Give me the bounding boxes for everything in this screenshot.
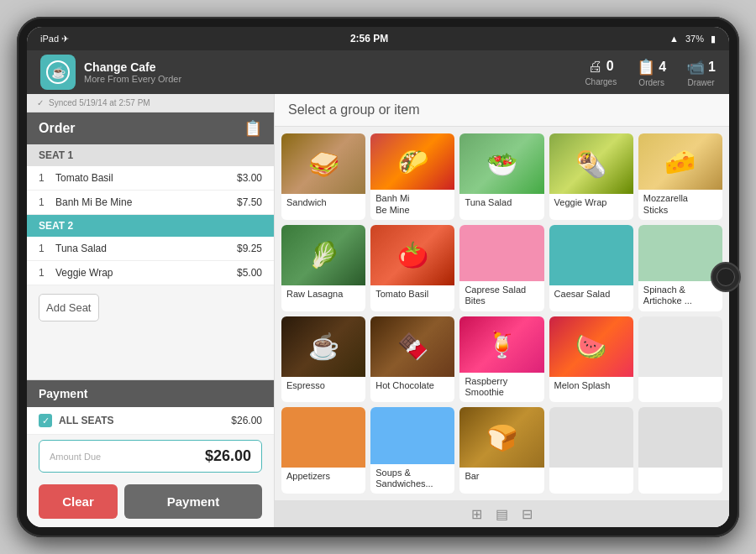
battery-icon: ▮ [711,34,716,44]
tablet-device: iPad ✈ 2:56 PM ▲ 37% ▮ ☕ Change Cafe Mor… [17,17,739,537]
sync-bar: ✓ Synced 5/19/14 at 2:57 PM [27,94,274,112]
order-title: Order [39,121,76,136]
menu-item-image-caesar [549,225,633,285]
all-seats-row[interactable]: ✓ ALL SEATS $26.00 [27,407,274,435]
menu-item-espresso[interactable]: ☕Espresso [281,316,365,403]
menu-item-image-melon: 🍉 [549,316,633,377]
amount-due-input[interactable]: Amount Due $26.00 [39,440,262,473]
menu-item-spinach[interactable]: Spinach & Artichoke ... [638,225,722,311]
menu-item-sandwich[interactable]: 🥪Sandwich [281,133,365,220]
item-price: $7.50 [237,196,262,208]
menu-item-caprese[interactable]: Caprese Salad Bites [459,225,543,311]
menu-item-label-banh-mi: Banh Mi Be Mine [370,190,454,219]
menu-item-image-caprese [459,225,543,281]
app-title-group: Change Cafe More From Every Order [84,60,585,84]
order-item[interactable]: 1 Veggie Wrap $5.00 [27,261,274,285]
menu-item-label-mozzarella: Mozzarella Sticks [638,190,722,219]
menu-item-appetizers[interactable]: Appetizers [281,407,365,494]
menu-item-tomato-basil[interactable]: 🍅Tomato Basil [370,225,454,311]
menu-item-image-bar: 🍞 [459,407,543,468]
menu-item-mozzarella[interactable]: 🧀Mozzarella Sticks [638,133,722,220]
item-qty: 1 [39,267,52,279]
order-header-icon: 📋 [244,119,262,138]
menu-item-veggie-wrap[interactable]: 🌯Veggie Wrap [549,133,633,220]
menu-item-label-caprese: Caprese Salad Bites [459,281,543,311]
menu-item-image-spinach [638,225,722,281]
item-name: Veggie Wrap [52,267,237,279]
status-left: iPad ✈ [40,34,69,44]
menu-item-image-raw-lasagna: 🥬 [281,225,365,285]
orders-action[interactable]: 📋 4 Orders [637,58,666,87]
charges-row: 🖨 0 [588,58,614,76]
menu-item-image-tuna-salad: 🥗 [459,133,543,194]
menu-item-image-appetizers [281,407,365,468]
order-header: Order 📋 [27,112,274,144]
charges-label: Charges [585,77,617,86]
order-panel: ✓ Synced 5/19/14 at 2:57 PM Order 📋 SEAT… [27,94,275,527]
menu-item-label-raspberry: Raspberry Smoothie [459,373,543,402]
orders-icon: 📋 [637,58,655,76]
menu-item-image-empty2 [549,407,633,468]
clear-button[interactable]: Clear [39,484,118,519]
menu-item-label-sandwich: Sandwich [281,194,365,212]
menu-item-image-hot-choc: 🍫 [370,316,454,377]
sync-text: Synced 5/19/14 at 2:57 PM [49,98,150,107]
order-item[interactable]: 1 Banh Mi Be Mine $7.50 [27,191,274,215]
orders-count: 4 [659,60,666,75]
menu-item-label-veggie-wrap: Veggie Wrap [549,194,633,212]
order-item[interactable]: 1 Tuna Salad $9.25 [27,237,274,261]
status-bar: iPad ✈ 2:56 PM ▲ 37% ▮ [27,27,729,50]
payment-header: Payment [27,380,274,407]
list-icon[interactable]: ▤ [496,506,508,522]
card-icon[interactable]: ⊟ [522,506,533,522]
status-time: 2:56 PM [350,33,388,44]
charges-action[interactable]: 🖨 0 Charges [585,58,617,87]
item-qty: 1 [39,243,52,254]
menu-item-label-bar: Bar [459,468,543,486]
menu-item-melon[interactable]: 🍉Melon Splash [549,316,633,403]
menu-item-raw-lasagna[interactable]: 🥬Raw Lasagna [281,225,365,311]
order-list: SEAT 1 1 Tomato Basil $3.00 1 Banh Mi Be… [27,144,274,379]
app-logo-inner: ☕ [46,60,70,84]
menu-item-empty1[interactable] [638,316,722,403]
add-seat-button[interactable]: Add Seat [39,294,99,321]
charges-icon: 🖨 [588,58,603,76]
tablet-screen: iPad ✈ 2:56 PM ▲ 37% ▮ ☕ Change Cafe Mor… [27,27,729,527]
home-button[interactable] [711,262,741,292]
sync-check-icon: ✓ [37,98,44,107]
menu-item-label-spinach: Spinach & Artichoke ... [638,281,722,311]
app-logo: ☕ [40,55,76,90]
menu-item-banh-mi[interactable]: 🌮Banh Mi Be Mine [370,133,454,220]
menu-item-label-hot-choc: Hot Chocolate [370,377,454,395]
menu-item-label-raw-lasagna: Raw Lasagna [281,285,365,304]
menu-item-empty3[interactable] [638,407,722,494]
grid-icon[interactable]: ⊞ [471,506,482,522]
menu-item-hot-choc[interactable]: 🍫Hot Chocolate [370,316,454,403]
battery-label: 37% [685,34,704,44]
drawer-label: Drawer [687,78,714,87]
drawer-icon: 📹 [686,58,705,76]
drawer-action[interactable]: 📹 1 Drawer [686,58,716,87]
item-name: Banh Mi Be Mine [52,196,237,208]
orders-row: 📋 4 [637,58,666,76]
menu-item-soups[interactable]: Soups & Sandwiches... [370,407,454,494]
menu-item-bar[interactable]: 🍞Bar [459,407,543,494]
menu-item-label-espresso: Espresso [281,377,365,395]
item-name: Tuna Salad [52,243,237,254]
menu-item-raspberry[interactable]: 🍹Raspberry Smoothie [459,316,543,403]
payment-button[interactable]: Payment [124,484,262,519]
menu-item-label-caesar: Caesar Salad [549,285,633,304]
menu-item-label-tuna-salad: Tuna Salad [459,194,543,212]
order-item[interactable]: 1 Tomato Basil $3.00 [27,166,274,191]
amount-due-input-value: $26.00 [205,447,251,465]
menu-item-label-melon: Melon Splash [549,377,633,395]
item-price: $5.00 [237,267,262,279]
home-button-inner [717,268,735,286]
menu-item-caesar[interactable]: Caesar Salad [549,225,633,311]
app-title: Change Cafe [84,60,585,74]
menu-item-empty2[interactable] [549,407,633,494]
menu-item-tuna-salad[interactable]: 🥗Tuna Salad [459,133,543,220]
item-name: Tomato Basil [52,172,237,184]
menu-item-image-espresso: ☕ [281,316,365,377]
menu-grid: 🥪Sandwich🌮Banh Mi Be Mine🥗Tuna Salad🌯Veg… [275,127,729,500]
